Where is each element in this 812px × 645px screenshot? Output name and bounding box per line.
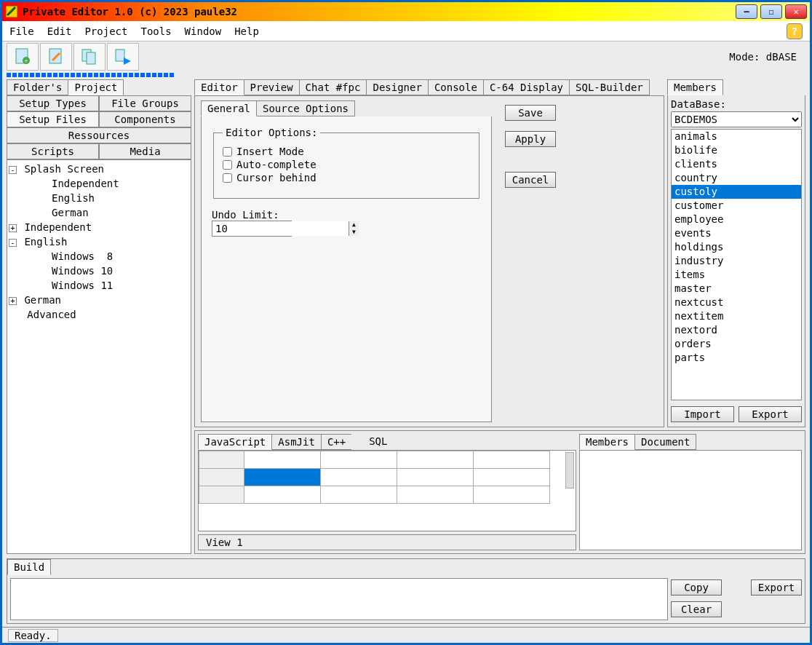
- btn-media[interactable]: Media: [99, 143, 191, 159]
- tab-view1[interactable]: View 1: [198, 534, 576, 550]
- database-select[interactable]: BCDEMOS: [671, 111, 802, 127]
- project-tree[interactable]: - Splash Screen Independent English Germ…: [7, 159, 191, 554]
- save-button[interactable]: Save: [505, 105, 556, 121]
- btn-setup-types[interactable]: Setup Types: [7, 95, 99, 111]
- tree-item[interactable]: + Independent: [9, 220, 189, 234]
- menu-file[interactable]: File: [9, 25, 34, 37]
- db-item[interactable]: master: [672, 282, 801, 296]
- svg-rect-6: [87, 52, 95, 64]
- tree-item[interactable]: Advanced: [9, 307, 189, 322]
- tab-folders[interactable]: Folder's: [7, 79, 68, 95]
- tab-preview[interactable]: Preview: [244, 79, 300, 95]
- import-button[interactable]: Import: [671, 406, 734, 422]
- copy-file-button[interactable]: [73, 43, 106, 71]
- db-item[interactable]: nextcust: [672, 296, 801, 309]
- menu-help[interactable]: Help: [234, 25, 259, 37]
- build-export-button[interactable]: Export: [751, 579, 802, 595]
- build-copy-button[interactable]: Copy: [671, 579, 722, 595]
- tab-asmjit[interactable]: AsmJit: [271, 434, 322, 450]
- tab-build[interactable]: Build: [7, 559, 51, 575]
- db-item[interactable]: items: [672, 268, 801, 282]
- db-item[interactable]: nextord: [672, 323, 801, 337]
- tree-item[interactable]: Windows 10: [9, 264, 189, 278]
- db-item[interactable]: holdings: [672, 240, 801, 254]
- cancel-button[interactable]: Cancel: [505, 172, 556, 188]
- tree-item[interactable]: + German: [9, 293, 189, 307]
- tab-document[interactable]: Document: [634, 434, 696, 450]
- build-log: [10, 578, 668, 620]
- db-item[interactable]: country: [672, 171, 801, 185]
- grip-dots[interactable]: [7, 73, 174, 77]
- db-item[interactable]: events: [672, 226, 801, 240]
- window-title: Private Editor 1.0 (c) 2023 paule32: [23, 6, 736, 17]
- db-item[interactable]: animals: [672, 130, 801, 143]
- db-item[interactable]: biolife: [672, 143, 801, 157]
- tree-item[interactable]: - Splash Screen: [9, 162, 189, 176]
- check-cursor-behind[interactable]: [223, 173, 232, 183]
- tree-item[interactable]: - English: [9, 234, 189, 249]
- title-bar: Private Editor 1.0 (c) 2023 paule32 — ☐ …: [2, 2, 810, 21]
- btn-ressources[interactable]: Ressources: [7, 127, 191, 143]
- tree-item[interactable]: Windows 8: [9, 249, 189, 264]
- maximize-button[interactable]: ☐: [760, 4, 782, 19]
- close-button[interactable]: ✕: [785, 4, 807, 19]
- tab-console[interactable]: Console: [428, 79, 484, 95]
- db-item[interactable]: orders: [672, 337, 801, 351]
- minimize-button[interactable]: —: [736, 4, 757, 19]
- check-auto-complete[interactable]: [223, 160, 232, 170]
- tab-project[interactable]: Project: [68, 79, 124, 95]
- tab-c64[interactable]: C-64 Display: [483, 79, 570, 95]
- database-list[interactable]: animalsbiolifeclientscountrycustolycusto…: [671, 129, 802, 400]
- undo-limit-label: Undo Limit:: [212, 209, 481, 221]
- check-auto-label: Auto-complete: [236, 159, 317, 170]
- tree-item[interactable]: Windows 11: [9, 278, 189, 293]
- tab-sqlbuilder[interactable]: SQL-Builder: [569, 79, 650, 95]
- menu-bar: File Edit Project Tools Window Help ?: [2, 21, 810, 41]
- menu-edit[interactable]: Edit: [47, 25, 72, 37]
- edit-file-button[interactable]: [40, 43, 72, 71]
- tab-members-right[interactable]: Members: [667, 79, 723, 95]
- tab-members-lower[interactable]: Members: [579, 434, 635, 450]
- db-item[interactable]: customer: [672, 199, 801, 213]
- export-button[interactable]: Export: [739, 406, 802, 422]
- new-file-button[interactable]: +: [7, 43, 39, 71]
- btn-components[interactable]: Components: [99, 111, 191, 127]
- tab-editor[interactable]: Editor: [194, 79, 244, 95]
- btn-file-groups[interactable]: File Groups: [99, 95, 191, 111]
- menu-tools[interactable]: Tools: [140, 25, 171, 37]
- fieldset-legend: Editor Options:: [223, 127, 320, 138]
- toolbar: + Mode: dBASE: [2, 41, 810, 72]
- apply-button[interactable]: Apply: [505, 131, 556, 147]
- menu-window[interactable]: Window: [185, 25, 222, 37]
- help-icon[interactable]: ?: [787, 23, 803, 39]
- undo-limit-field[interactable]: [212, 221, 349, 236]
- tab-javascript[interactable]: JavaScript: [198, 434, 272, 450]
- mode-label: Mode: dBASE: [729, 51, 797, 63]
- tree-item[interactable]: English: [9, 191, 189, 205]
- build-clear-button[interactable]: Clear: [671, 601, 722, 617]
- tab-source-options[interactable]: Source Options: [256, 100, 355, 116]
- grid-scrollbar[interactable]: [565, 452, 574, 488]
- run-file-button[interactable]: [107, 43, 139, 71]
- db-item[interactable]: custoly: [672, 185, 801, 199]
- db-item[interactable]: industry: [672, 254, 801, 268]
- db-item[interactable]: parts: [672, 351, 801, 365]
- tab-chat[interactable]: Chat #fpc: [299, 79, 367, 95]
- db-item[interactable]: clients: [672, 157, 801, 171]
- btn-scripts[interactable]: Scripts: [7, 143, 99, 159]
- undo-limit-input[interactable]: ▲ ▼: [212, 221, 292, 237]
- tab-designer[interactable]: Designer: [366, 79, 428, 95]
- tree-item[interactable]: German: [9, 205, 189, 220]
- db-item[interactable]: nextitem: [672, 309, 801, 323]
- data-grid[interactable]: [198, 450, 576, 531]
- tab-sql[interactable]: SQL: [351, 434, 393, 450]
- tab-general[interactable]: General: [201, 100, 257, 116]
- btn-setup-files[interactable]: Setup Files: [7, 111, 99, 127]
- menu-project[interactable]: Project: [84, 25, 127, 37]
- tree-item[interactable]: Independent: [9, 176, 189, 191]
- stepper-up-icon[interactable]: ▲: [349, 221, 359, 229]
- db-item[interactable]: employee: [672, 213, 801, 226]
- check-insert-mode[interactable]: [223, 147, 232, 157]
- stepper-down-icon[interactable]: ▼: [349, 229, 359, 236]
- tab-cpp[interactable]: C++: [321, 434, 352, 450]
